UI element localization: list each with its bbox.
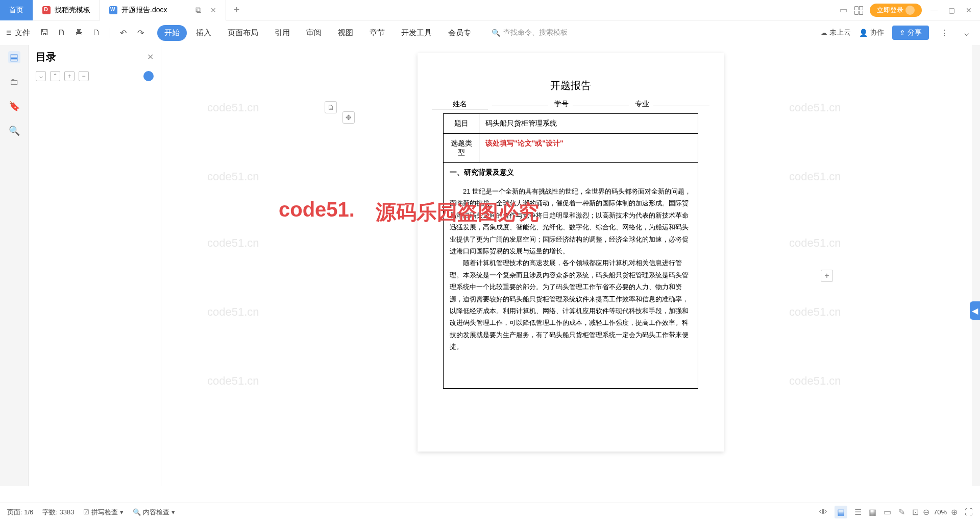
preview-icon[interactable]: 🗋 [89, 26, 104, 40]
cell-type-value: 该处填写"论文"或"设计" [479, 134, 698, 163]
tab-close-icon[interactable]: ✕ [210, 6, 216, 14]
watermark: code51.cn [207, 101, 259, 114]
ai-badge-icon[interactable] [143, 71, 154, 81]
nav-icon[interactable]: 🗀 [8, 76, 20, 88]
tab-document[interactable]: 开题报告.docx⧉✕ [100, 0, 226, 20]
page: 开题报告 姓名 学号 专业 题目码头船只货柜管理系统 选题类型该处填写"论文"或… [418, 53, 724, 452]
layout-icon[interactable]: ▭ [840, 5, 847, 15]
menu-dev[interactable]: 开发工具 [394, 25, 439, 41]
titlebar: 首页 找稻壳模板 开题报告.docx⧉✕ + ▭ 立即登录 — ▢ ✕ [0, 0, 980, 20]
expand-all-icon[interactable]: ⌃ [50, 71, 60, 81]
spellcheck-toggle[interactable]: ☑拼写检查▾ [83, 508, 124, 517]
bookmark-icon[interactable]: 🔖 [8, 100, 20, 112]
maximize-button[interactable]: ▢ [946, 6, 957, 14]
redo-icon[interactable]: ↷ [134, 26, 148, 40]
coop-button[interactable]: 👤协作 [859, 28, 884, 37]
tab-template[interactable]: 找稻壳模板 [33, 0, 100, 20]
watermark: code51.cn [789, 170, 841, 183]
zoom-control[interactable]: ⊡ ⊖ 70% ⊕ [912, 507, 958, 517]
watermark: code51.cn [789, 305, 841, 319]
paragraph-2: 随着计算机管理技术的高速发展，各个领域都应用计算机对相关信息进行管理。本系统是一… [450, 257, 692, 352]
share-icon: ⇪ [899, 29, 905, 37]
float-add-button[interactable]: + [821, 270, 833, 282]
hamburger-icon[interactable]: ≡ [6, 28, 12, 38]
field-name: 姓名 [432, 100, 488, 109]
print-icon[interactable]: 🖶 [72, 26, 86, 40]
user-icon: 👤 [859, 29, 868, 37]
collapse-all-icon[interactable]: ⌵ [36, 71, 46, 81]
zoom-in-icon[interactable]: ⊕ [951, 507, 958, 517]
document-canvas[interactable]: code51.cn code51.cn code51.cn code51.cn … [161, 45, 980, 486]
outline-icon[interactable]: ▤ [8, 51, 20, 63]
zoom-fit-icon[interactable]: ⊡ [912, 507, 919, 517]
zoom-value: 70% [934, 508, 947, 516]
tab-window-icon[interactable]: ⧉ [195, 6, 201, 15]
web-view-icon[interactable]: ▦ [869, 507, 876, 517]
page-view-icon[interactable]: ▤ [835, 506, 847, 518]
page-doc-icon[interactable]: 🗎 [325, 101, 337, 113]
apps-icon[interactable] [854, 6, 863, 14]
save-as-icon[interactable]: 🗎 [55, 26, 69, 40]
outline-view-icon[interactable]: ☰ [854, 507, 862, 517]
cloud-label: 未上云 [829, 28, 851, 37]
close-button[interactable]: ✕ [964, 6, 974, 14]
menu-start[interactable]: 开始 [157, 25, 187, 41]
eye-icon[interactable]: 👁 [819, 508, 827, 517]
tab-home[interactable]: 首页 [0, 0, 33, 20]
side-panel-toggle[interactable]: ◀ [970, 301, 980, 320]
tools-icon[interactable]: ✎ [898, 507, 905, 517]
docer-icon [42, 6, 51, 14]
collapse-icon[interactable]: ⌵ [960, 26, 974, 40]
statusbar: 页面: 1/6 字数: 3383 ☑拼写检查▾ 🔍内容检查▾ 👁 ▤ ☰ ▦ ▭… [0, 503, 980, 521]
cell-type-label: 选题类型 [444, 134, 479, 163]
menu-member[interactable]: 会员专 [441, 25, 478, 41]
toolbar: ≡ 文件 🖫 🗎 🖶 🗋 ↶ ↷ 开始 插入 页面布局 引用 审阅 视图 章节 … [0, 20, 980, 45]
cell-topic-value: 码头船只货柜管理系统 [479, 114, 698, 134]
sidebar-close-icon[interactable]: ✕ [147, 52, 154, 62]
section-heading: 一、研究背景及意义 [450, 168, 692, 177]
login-label: 立即登录 [877, 6, 903, 15]
doc-title: 开题报告 [418, 79, 724, 92]
zoom-out-icon[interactable]: ⊖ [923, 507, 929, 517]
right-scrollbar[interactable] [972, 45, 980, 486]
save-icon[interactable]: 🖫 [37, 26, 52, 40]
minimize-button[interactable]: — [929, 6, 939, 14]
sidebar: 目录 ✕ ⌵ ⌃ + − [29, 45, 161, 486]
cloud-status[interactable]: ☁未上云 [820, 28, 851, 37]
watermark: code51.cn [789, 374, 841, 388]
undo-icon[interactable]: ↶ [116, 26, 131, 40]
remove-icon[interactable]: − [79, 71, 89, 81]
watermark: code51.cn [789, 101, 841, 114]
cell-topic-label: 题目 [444, 114, 479, 134]
watermark: code51.cn [789, 236, 841, 250]
share-button[interactable]: ⇪分享 [892, 26, 929, 40]
word-count[interactable]: 字数: 3383 [42, 508, 74, 517]
check-icon: ☑ [83, 508, 89, 516]
menubar: 开始 插入 页面布局 引用 审阅 视图 章节 开发工具 会员专 [157, 25, 478, 41]
new-tab-button[interactable]: + [226, 0, 247, 20]
search-box[interactable]: 🔍 查找命令、搜索模板 [492, 28, 568, 37]
main: ▤ 🗀 🔖 🔍 目录 ✕ ⌵ ⌃ + − code51.cn code51.cn… [0, 45, 980, 486]
menu-review[interactable]: 审阅 [299, 25, 329, 41]
add-icon[interactable]: + [64, 71, 75, 81]
content-check[interactable]: 🔍内容检查▾ [133, 508, 175, 517]
menu-ref[interactable]: 引用 [267, 25, 297, 41]
menu-view[interactable]: 视图 [331, 25, 360, 41]
paragraph-1: 21 世纪是一个全新的具有挑战性的世纪，全世界的码头都将面对全新的问题，面临新的… [450, 185, 692, 257]
coop-label: 协作 [870, 28, 884, 37]
read-view-icon[interactable]: ▭ [884, 507, 891, 517]
page-indicator[interactable]: 页面: 1/6 [7, 508, 33, 517]
menu-chapter[interactable]: 章节 [362, 25, 392, 41]
doc-table: 题目码头船只货柜管理系统 选题类型该处填写"论文"或"设计" 一、研究背景及意义… [443, 113, 698, 389]
fullscreen-icon[interactable]: ⛶ [965, 508, 973, 517]
cell-body: 一、研究背景及意义 21 世纪是一个全新的具有挑战性的世纪，全世界的码头都将面对… [444, 163, 698, 389]
file-menu[interactable]: 文件 [15, 28, 30, 38]
watermark: code51.cn [207, 236, 259, 250]
more-icon[interactable]: ⋮ [937, 26, 951, 40]
move-handle-icon[interactable]: ✥ [342, 111, 355, 124]
find-icon[interactable]: 🔍 [8, 125, 20, 137]
menu-insert[interactable]: 插入 [189, 25, 218, 41]
watermark: code51.cn [207, 305, 259, 319]
login-button[interactable]: 立即登录 [870, 4, 922, 17]
menu-layout[interactable]: 页面布局 [220, 25, 265, 41]
